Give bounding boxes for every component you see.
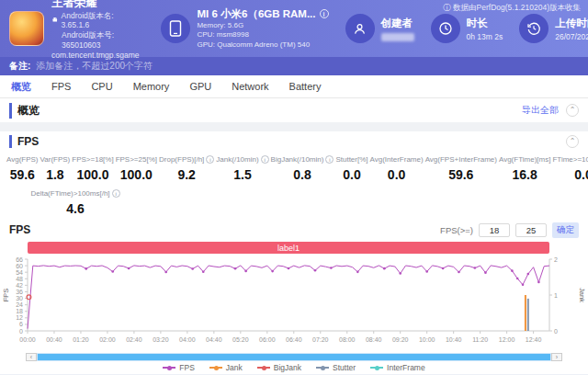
device-memory: Memory: 5.6G	[197, 21, 328, 30]
stat-Var(FPS): Var(FPS)1.8	[40, 153, 72, 184]
person-icon	[345, 14, 375, 43]
android-icon	[51, 17, 59, 24]
legend-item-Stutter[interactable]: Stutter	[316, 363, 356, 372]
tab-FPS[interactable]: FPS	[51, 81, 71, 92]
info-icon[interactable]: i	[206, 155, 214, 164]
overview-section-header: 概览 导出全部 ⌃	[0, 98, 588, 122]
creator-block: 创建者	[345, 14, 414, 43]
duration-label: 时长	[467, 17, 503, 30]
overview-title: 概览	[9, 103, 40, 119]
chart-scrollbar: ‹ ›	[26, 352, 562, 361]
app-package: com.tencent.tmgp.sgame	[51, 51, 139, 61]
scrollbar-right-arrow[interactable]: ›	[551, 353, 562, 361]
fps-section-header: FPS ⌃	[0, 131, 588, 152]
phone-icon	[161, 14, 190, 43]
svg-text:48: 48	[16, 276, 23, 282]
svg-text:02:40: 02:40	[126, 336, 142, 343]
tab-Network[interactable]: Network	[232, 81, 268, 92]
svg-text:1: 1	[554, 292, 558, 299]
svg-text:08:00: 08:00	[339, 336, 356, 343]
note-input-placeholder[interactable]: 添加备注，不超过200个字符	[36, 60, 153, 73]
svg-text:00:00: 00:00	[19, 336, 36, 343]
creator-label: 创建者	[381, 17, 414, 30]
export-all-link[interactable]: 导出全部	[522, 104, 559, 117]
tab-Battery[interactable]: Battery	[289, 81, 322, 92]
svg-text:30: 30	[16, 295, 23, 301]
stat-Avg(FPS): Avg(FPS)59.6	[6, 153, 40, 184]
svg-text:2: 2	[554, 256, 558, 263]
svg-text:60: 60	[16, 263, 23, 269]
info-icon[interactable]: i	[261, 155, 269, 164]
creator-value-redacted	[381, 33, 414, 41]
stat-Drop(FPS)[/h]: Drop(FPS)[/h]i9.2	[158, 153, 215, 184]
svg-text:04:00: 04:00	[179, 336, 196, 343]
app-version-code: Android版本号: 365010603	[62, 30, 139, 50]
device-title: MI 6 小米6（6GB RAM...	[197, 7, 315, 21]
upload-time-block: 上传时间 26/07/2021 15:41:33	[519, 14, 588, 43]
svg-text:6: 6	[19, 321, 23, 327]
svg-text:36: 36	[16, 289, 23, 295]
svg-text:10:00: 10:00	[419, 336, 435, 343]
svg-text:18: 18	[16, 308, 23, 314]
duration-value: 0h 13m 2s	[467, 32, 503, 41]
tab-bar: 概览FPSCPUMemoryGPUNetworkBattery	[0, 75, 588, 98]
note-label: 备注:	[9, 60, 30, 73]
upload-time-label: 上传时间	[555, 17, 588, 30]
fps-collapse-button[interactable]: ⌃	[566, 135, 579, 148]
stats-row-2: Delta(FTime)>100ms[/h]i4.6	[0, 184, 588, 220]
svg-text:08:40: 08:40	[366, 336, 382, 343]
stats-row-1: Avg(FPS)59.6Var(FPS)1.8FPS>=18[%]100.0FP…	[0, 152, 588, 184]
svg-text:06:40: 06:40	[286, 336, 302, 343]
svg-text:12:40: 12:40	[526, 336, 542, 343]
legend-item-InterFrame[interactable]: InterFrame	[370, 363, 425, 372]
svg-text:05:20: 05:20	[232, 336, 249, 343]
svg-text:03:20: 03:20	[153, 336, 169, 343]
stat-Avg(FTime)[ms]: Avg(FTime)[ms]16.8	[498, 153, 551, 184]
info-icon[interactable]: i	[325, 155, 334, 164]
fps-threshold-input-1[interactable]	[479, 223, 510, 237]
fps-threshold-input-2[interactable]	[515, 223, 547, 237]
stat-Avg(InterFrame): Avg(InterFrame)0.0	[369, 153, 424, 184]
overview-collapse-button[interactable]: ⌃	[566, 104, 579, 117]
tab-概览[interactable]: 概览	[11, 80, 31, 94]
stat-FPS>=25[%]: FPS>=25[%]100.0	[115, 153, 158, 184]
device-info-block: MI 6 小米6（6GB RAM... i Memory: 5.6G CPU: …	[161, 7, 328, 50]
device-info-icon[interactable]: i	[320, 9, 329, 18]
tab-Memory[interactable]: Memory	[133, 81, 170, 92]
svg-text:24: 24	[16, 301, 23, 308]
fps-chart-header: FPS FPS(>=) 确定	[0, 220, 588, 240]
legend-item-FPS[interactable]: FPS	[163, 363, 195, 372]
stat-Avg(FPS+InterFrame): Avg(FPS+InterFrame)59.6	[424, 153, 498, 184]
app-version-name: Android版本名: 3.65.1.6	[62, 11, 140, 30]
fps-section-title: FPS	[9, 135, 39, 148]
svg-text:66: 66	[16, 256, 23, 263]
svg-text:06:00: 06:00	[259, 336, 276, 343]
threshold-apply-button[interactable]: 确定	[552, 222, 579, 238]
scene-label-band[interactable]: label1	[28, 242, 549, 254]
legend-item-Jank[interactable]: Jank	[209, 363, 243, 372]
svg-text:Jank: Jank	[578, 288, 586, 302]
perfdog-version-note: ⓘ 数据由PerfDog(5.1.210204)版本收集	[443, 3, 581, 14]
game-app-icon	[9, 11, 44, 46]
stat-Jank(/10min): Jank(/10min)i1.5	[215, 153, 269, 184]
stat-Stutter[%]: Stutter[%]0.0	[334, 153, 368, 184]
fps-line-chart[interactable]: 061218243036424854606601200:0000:4001:20…	[0, 256, 588, 347]
svg-text:09:20: 09:20	[392, 336, 409, 343]
clock-icon	[431, 14, 460, 43]
svg-text:01:20: 01:20	[73, 336, 89, 343]
scrollbar-thumb[interactable]	[37, 353, 551, 361]
scrollbar-left-arrow[interactable]: ‹	[26, 353, 37, 361]
tab-GPU[interactable]: GPU	[189, 81, 211, 92]
tab-CPU[interactable]: CPU	[91, 81, 112, 92]
app-info-block: 王者荣耀 Android版本名: 3.65.1.6 Android版本号: 36…	[9, 0, 139, 61]
info-icon[interactable]: i	[112, 189, 120, 198]
svg-text:04:40: 04:40	[206, 336, 222, 343]
svg-text:54: 54	[16, 269, 23, 276]
svg-text:FPS: FPS	[2, 289, 10, 302]
upload-time-value: 26/07/2021 15:41:33	[555, 32, 588, 41]
legend-item-BigJank[interactable]: BigJank	[257, 363, 301, 372]
history-icon	[519, 14, 548, 43]
svg-text:02:00: 02:00	[99, 336, 116, 343]
device-gpu: GPU: Qualcomm Adreno (TM) 540	[197, 40, 328, 50]
svg-text:0: 0	[554, 328, 558, 335]
